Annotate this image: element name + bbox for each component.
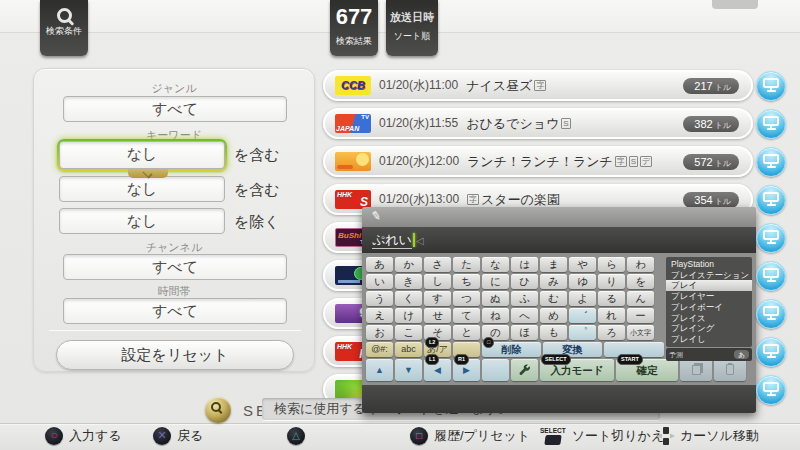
kana-key-み[interactable]: み (540, 274, 567, 289)
kana-key-な[interactable]: な (482, 257, 509, 272)
kana-key-ゆ[interactable]: ゆ (569, 274, 596, 289)
time-slot-field[interactable]: すべて (63, 298, 287, 324)
kana-key-け[interactable]: け (395, 308, 422, 323)
kana-key-め[interactable]: め (540, 308, 567, 323)
result-count: 677 (330, 5, 378, 29)
blank-nav-key[interactable] (482, 359, 509, 381)
kana-key-゜[interactable]: ゜ (569, 325, 596, 340)
hint-select-button: SELECTソート切りかえ (540, 427, 664, 445)
reset-settings-button[interactable]: 設定をリセット (56, 340, 294, 370)
kana-key-は[interactable]: は (511, 257, 538, 272)
tv-icon-button[interactable] (756, 147, 786, 177)
kana-key-ら[interactable]: ら (598, 257, 625, 272)
prediction-item[interactable]: プレイング (666, 323, 752, 334)
prediction-item[interactable]: プレイし (666, 334, 752, 345)
kana-key-ほ[interactable]: ほ (511, 325, 538, 340)
tv-icon-button[interactable] (756, 109, 786, 139)
right-key[interactable]: ▶R1 (453, 359, 480, 381)
abc-key[interactable]: abc (395, 342, 422, 357)
kana-key-を[interactable]: を (627, 274, 654, 289)
keyboard-input-area[interactable]: ぷれい ◁ (362, 227, 756, 253)
kana-key-い[interactable]: い (366, 274, 393, 289)
tv-icon-button[interactable] (756, 299, 786, 329)
left-key[interactable]: ◀L1 (424, 359, 451, 381)
kana-key-ま[interactable]: ま (540, 257, 567, 272)
kana-key-と[interactable]: と (453, 325, 480, 340)
input-mode-key[interactable]: 入力モードSELECT (540, 359, 614, 381)
kana-key-ん[interactable]: ん (627, 291, 654, 306)
confirm-key[interactable]: 確定START (616, 359, 678, 381)
program-row[interactable]: JAPANTV01/20(水)11:55おひるでショウS382トル (323, 108, 753, 139)
kana-key-く[interactable]: く (395, 291, 422, 306)
prediction-item[interactable]: プレイボーイ (666, 302, 752, 313)
tv-icon-button[interactable] (756, 71, 786, 101)
tv-icon-button[interactable] (756, 185, 786, 215)
prediction-item[interactable]: プレイス (666, 313, 752, 324)
tv-icon-button[interactable] (756, 375, 786, 405)
kana-key-む[interactable]: む (540, 291, 567, 306)
kana-key-ふ[interactable]: ふ (511, 291, 538, 306)
copy-key[interactable] (680, 359, 712, 381)
top-right-tab[interactable] (712, 0, 758, 9)
kana-key-こ[interactable]: こ (395, 325, 422, 340)
kana-key-゛[interactable]: ゛ (569, 308, 596, 323)
program-row[interactable]: 01/20(水)12:00ランチ！ランチ！ランチ字Sデ572トル (323, 146, 753, 177)
kana-key-す[interactable]: す (424, 291, 451, 306)
kana-key-や[interactable]: や (569, 257, 596, 272)
tv-icon-button[interactable] (756, 337, 786, 367)
search-button[interactable] (205, 397, 231, 423)
tab-result-count[interactable]: 677 検索結果 (330, 0, 378, 56)
kana-key-ね[interactable]: ね (482, 308, 509, 323)
tv-icon-button[interactable] (756, 223, 786, 253)
kana-key-も[interactable]: も (540, 325, 567, 340)
kana-key-ろ[interactable]: ろ (598, 325, 625, 340)
channel-field[interactable]: すべて (63, 254, 287, 280)
keyword3-field[interactable]: なし (59, 208, 225, 234)
kana-key-お[interactable]: お (366, 325, 393, 340)
kana-key-へ[interactable]: へ (511, 308, 538, 323)
tab-sort-order[interactable]: 放送日時 ソート順 (386, 0, 438, 56)
kana-key-に[interactable]: に (482, 274, 509, 289)
kana-key-る[interactable]: る (598, 291, 625, 306)
kana-key-よ[interactable]: よ (569, 291, 596, 306)
kana-key-し[interactable]: し (424, 274, 451, 289)
kana-key-ぬ[interactable]: ぬ (482, 291, 509, 306)
prediction-item[interactable]: プレイヤー (666, 291, 752, 302)
chevron-down-icon[interactable] (128, 169, 168, 178)
kana-key-ち[interactable]: ち (453, 274, 480, 289)
paste-key[interactable] (714, 359, 746, 381)
kana-key-ー[interactable]: ー (627, 308, 654, 323)
kana-key-か[interactable]: か (395, 257, 422, 272)
keyword2-condition: を含む (234, 176, 280, 204)
kana-key-わ[interactable]: わ (627, 257, 654, 272)
kana-key-き[interactable]: き (395, 274, 422, 289)
settings-key[interactable] (511, 359, 538, 381)
kana-key-た[interactable]: た (453, 257, 480, 272)
symbols-key[interactable]: @#: (366, 342, 393, 357)
tab-search-conditions[interactable]: 検索条件 (40, 0, 88, 56)
keyword2-field[interactable]: なし (59, 176, 225, 202)
delete-key[interactable]: 削除□ (482, 342, 541, 357)
kana-key-あ[interactable]: あ (366, 257, 393, 272)
kana-key-つ[interactable]: つ (453, 291, 480, 306)
kana-key-小文字[interactable]: 小文字 (627, 325, 654, 340)
genre-field[interactable]: すべて (63, 96, 287, 122)
kana-key-り[interactable]: り (598, 274, 625, 289)
kana-key-れ[interactable]: れ (598, 308, 625, 323)
prediction-item[interactable]: PlayStation (666, 259, 752, 270)
kana-key-う[interactable]: う (366, 291, 393, 306)
down-key[interactable]: ▼ (395, 359, 422, 381)
prediction-item[interactable]: プレイステーション (666, 270, 752, 281)
program-row[interactable]: CCB01/20(水)11:00ナイス昼ズ字217トル (323, 70, 753, 101)
kana-key-え[interactable]: え (366, 308, 393, 323)
kana-key-せ[interactable]: せ (424, 308, 451, 323)
points-badge: 572トル (683, 154, 739, 170)
keyword1-field[interactable]: なし (59, 141, 225, 169)
prediction-item[interactable]: プレイ (666, 280, 752, 291)
kana-key-ひ[interactable]: ひ (511, 274, 538, 289)
tv-icon-button[interactable] (756, 261, 786, 291)
kana-key-て[interactable]: て (453, 308, 480, 323)
kana-key-さ[interactable]: さ (424, 257, 451, 272)
sort-label: ソート順 (386, 30, 438, 43)
up-key[interactable]: ▲ (366, 359, 393, 381)
